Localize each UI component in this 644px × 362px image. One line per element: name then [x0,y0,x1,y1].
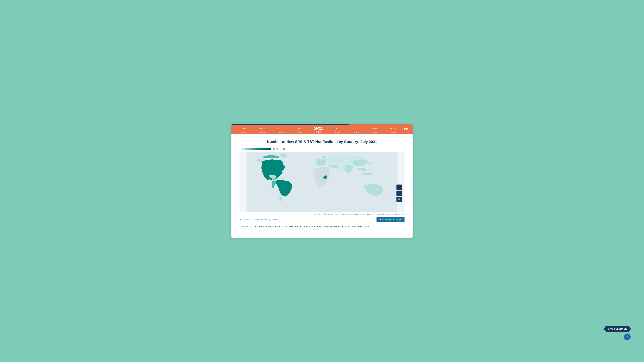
legend: 0 20 40 60 80 [241,148,404,150]
reset-view-button[interactable]: ↺ [396,197,402,202]
timeline-month-0521[interactable]: 05/21 [234,127,253,130]
dot-group-5 [328,132,347,133]
download-label: Download as image [382,218,402,221]
map-controls: + − ↺ [396,185,402,202]
map-container[interactable]: + − ↺ [240,152,404,212]
content-area: Number of New SPS & TBT Notifications by… [232,134,412,238]
legend-bar [244,148,271,150]
dot [316,131,317,133]
dot [262,132,263,133]
dot [373,132,374,133]
dot [358,132,359,133]
timeline-month-1121[interactable]: 11/21 [346,127,365,130]
dot [337,132,338,133]
dot [392,132,392,133]
scroll-top-icon: ↑ [626,335,628,339]
dot [301,132,302,133]
legend-mark-60: 60 [279,148,282,150]
timeline-month-0621[interactable]: 06/21 [253,127,272,130]
dot-group-1 [253,132,272,133]
dot [395,132,396,133]
dot-group-8 [384,132,403,133]
legend-mark-80: 80 [282,148,285,150]
dot [241,132,242,133]
dot [356,132,357,133]
legend-mark-40: 40 [276,148,278,150]
dot [282,132,284,133]
download-image-button[interactable]: ⬇ Download as image [376,217,404,222]
dot [320,131,321,133]
dot-group-4-active [309,131,328,133]
timeline-forward-button[interactable]: ▶▶ [402,127,410,130]
world-map [240,152,404,212]
dot [339,132,340,133]
source-info: Source: ITC/UNDESA/WTO ePing (2022) [240,218,277,221]
dot [243,132,244,133]
timeline-month-0921-active[interactable]: 09/21 [309,126,328,131]
timeline-months: 05/21 06/21 07/21 08/21 09/21 10/21 11/2… [232,125,412,131]
chart-title-underline [312,145,332,145]
dot-group-0 [234,132,253,133]
dot [264,132,265,133]
download-icon: ⬇ [380,218,381,221]
timeline-dots [232,131,412,134]
timeline-month-0821[interactable]: 08/21 [290,127,309,130]
dot [298,132,299,133]
timeline-month-0721[interactable]: 07/21 [272,127,290,130]
feedback-button[interactable]: GIVE FEEDBACK [604,326,630,332]
legend-min-label: 0 [241,148,244,150]
legend-mark-20: 20 [272,148,275,150]
dot [245,132,246,133]
summary-text: In July 2021, 70 countries submitted 411… [240,225,404,228]
timeline-month-1021[interactable]: 10/21 [328,127,346,130]
timeline-month-1221[interactable]: 12/21 [365,127,384,130]
dot-active [318,131,320,133]
dot-group-2 [272,132,290,133]
timeline-month-0122[interactable]: 01/22 [384,127,403,130]
zoom-in-button[interactable]: + [396,185,402,190]
dot [335,132,336,133]
source-link[interactable]: ITC/UNDESA/WTO ePing (2022) [247,218,277,221]
main-card: 05/21 06/21 07/21 08/21 09/21 10/21 11/2… [232,124,412,238]
dot [374,132,376,133]
source-row: Source: ITC/UNDESA/WTO ePing (2022) ⬇ Do… [240,217,404,222]
dot [393,132,394,133]
source-label: Source: [240,218,246,221]
dot [280,132,282,133]
dot [279,132,280,133]
dot-group-6 [347,132,366,133]
dot [376,132,378,133]
zoom-out-button[interactable]: − [396,191,402,196]
map-disclaimer: Disclaimer: This map has been generated … [240,213,404,215]
timeline-header: 05/21 06/21 07/21 08/21 09/21 10/21 11/2… [232,124,412,134]
dot [299,132,300,133]
dot-group-7 [366,132,384,133]
chart-title: Number of New SPS & TBT Notifications by… [240,140,404,144]
dot [260,132,261,133]
scroll-top-button[interactable]: ↑ [624,334,630,340]
dot [354,132,355,133]
dot-group-3 [290,132,309,133]
